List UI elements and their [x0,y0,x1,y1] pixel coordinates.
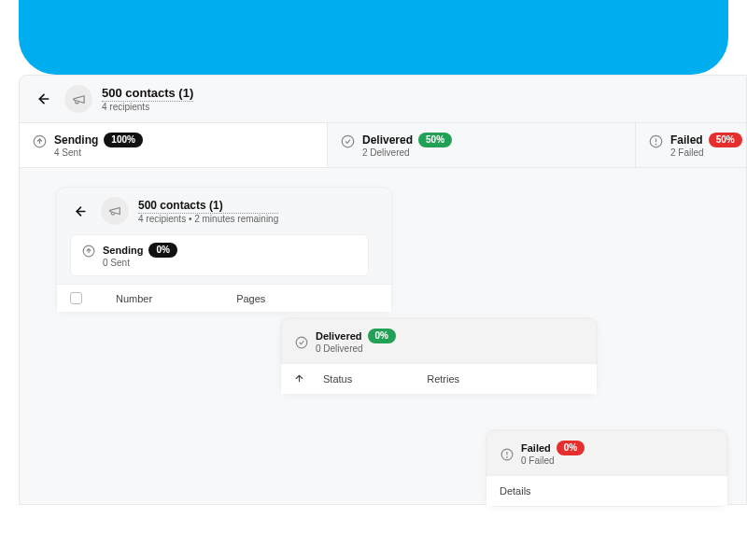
megaphone-icon [72,92,86,106]
col-pages: Pages [236,293,265,304]
tab-sending-sub: 4 Sent [54,147,143,158]
col-details: Details [500,485,531,497]
status-tabs: Sending 100% 4 Sent Delivered 50% 2 Deli… [20,122,746,168]
delivered-card-tab-badge: 0% [368,329,396,343]
tab-delivered[interactable]: Delivered 50% 2 Delivered [328,123,636,167]
sending-card-header: 500 contacts (1) 4 recipients • 2 minute… [57,188,391,234]
tab-sending-badge: 100% [104,133,143,147]
arrow-left-icon [74,204,88,218]
select-all-checkbox[interactable] [70,292,82,304]
failed-card-tab[interactable]: Failed 0% 0 Failed [486,430,727,476]
sending-card-tab-sub: 0 Sent [103,258,177,268]
tab-delivered-label: Delivered [362,133,413,147]
page-title: 500 contacts (1) [102,86,193,102]
back-button[interactable] [33,88,55,110]
tab-delivered-badge: 50% [418,133,452,147]
svg-point-2 [342,135,354,147]
failed-card: Failed 0% 0 Failed Details [486,429,728,507]
failed-card-tab-label: Failed [521,442,551,454]
failed-table-header: Details [486,476,727,506]
sending-card-tab[interactable]: Sending 0% 0 Sent [70,234,369,276]
col-retries: Retries [427,373,459,385]
tab-delivered-sub: 2 Delivered [362,147,452,158]
failed-card-tab-badge: 0% [557,441,585,455]
sort-arrow-icon[interactable] [294,373,304,385]
svg-point-8 [296,337,307,348]
sending-card-back-button[interactable] [70,201,92,222]
sending-card-subtitle: 4 recipients • 2 minutes remaining [138,214,278,224]
tab-sending-label: Sending [54,133,98,147]
arrow-left-icon [36,91,51,106]
delivered-icon [295,336,308,349]
failed-icon [649,134,663,148]
sending-card-title: 500 contacts (1) [138,199,278,214]
sending-card-tab-label: Sending [103,245,143,256]
delivered-card: Delivered 0% 0 Delivered Status Retries [280,317,598,395]
megaphone-icon [108,204,121,217]
delivered-card-tab[interactable]: Delivered 0% 0 Delivered [281,318,597,364]
tab-failed[interactable]: Failed 50% 2 Failed [636,123,747,167]
sending-card-tab-badge: 0% [148,243,176,258]
page-subtitle: 4 recipients [102,102,193,112]
delivered-card-tab-label: Delivered [316,330,362,342]
tab-sending[interactable]: Sending 100% 4 Sent [20,123,328,167]
col-number: Number [116,293,152,304]
sending-card-icon-wrap [101,197,129,225]
failed-icon [500,448,514,461]
svg-point-12 [507,456,508,457]
delivered-table-header: Status Retries [281,364,597,394]
page-header: 500 contacts (1) 4 recipients [20,76,746,122]
sending-card: 500 contacts (1) 4 recipients • 2 minute… [56,187,392,313]
campaign-icon-wrap [64,85,92,113]
delivered-icon [341,134,355,148]
tab-failed-label: Failed [670,133,703,147]
hero-background [19,0,728,75]
col-status: Status [323,373,352,385]
delivered-card-tab-sub: 0 Delivered [316,343,396,354]
sending-icon [33,134,47,148]
sending-icon [82,245,95,258]
sending-table-header: Number Pages [57,284,391,312]
tab-failed-badge: 50% [709,133,742,147]
svg-point-5 [655,144,656,145]
tab-failed-sub: 2 Failed [670,147,742,158]
failed-card-tab-sub: 0 Failed [521,455,585,466]
